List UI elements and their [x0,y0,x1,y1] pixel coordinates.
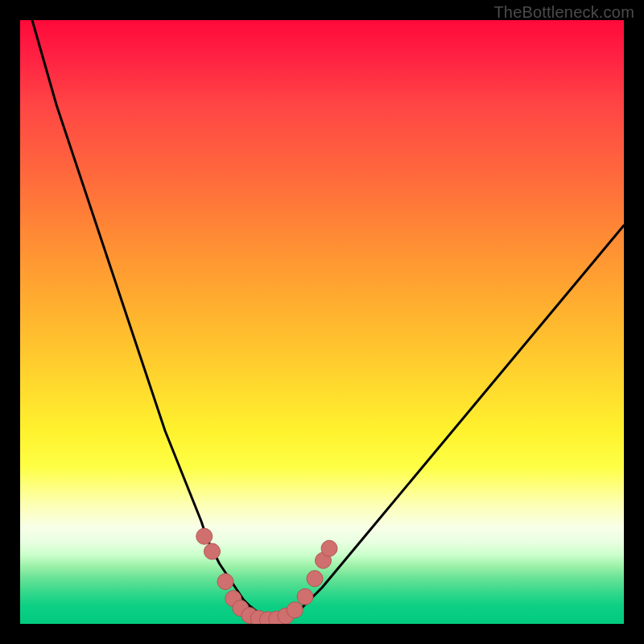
bottleneck-curve [32,20,624,621]
curve-marker-11 [297,588,313,605]
curve-layer [20,20,624,624]
curve-marker-14 [321,540,337,556]
plot-area [20,20,624,624]
chart-frame: TheBottleneck.com [0,0,644,644]
curve-marker-0 [196,528,213,544]
markers-group [196,528,337,624]
curve-marker-12 [307,571,323,587]
watermark-text: TheBottleneck.com [493,3,634,22]
curve-marker-10 [287,602,303,618]
curve-marker-1 [204,543,221,559]
curve-marker-2 [217,574,233,590]
